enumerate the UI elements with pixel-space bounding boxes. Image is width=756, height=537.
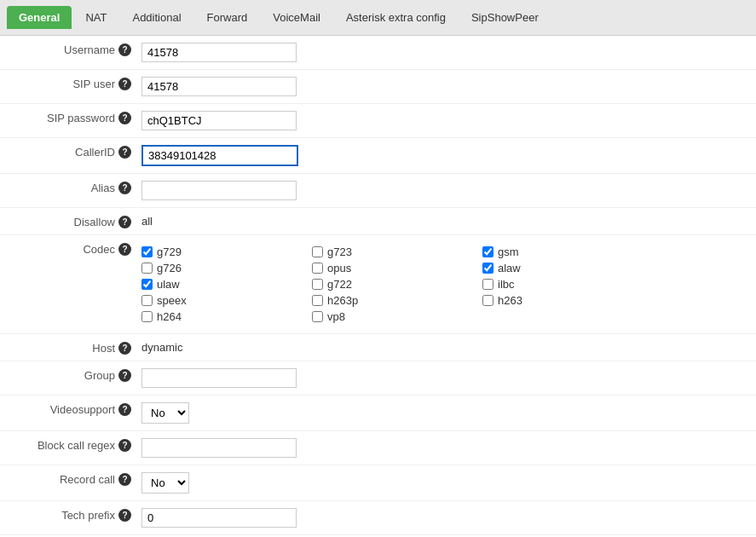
codec-h263-checkbox[interactable] bbox=[482, 295, 493, 306]
sip-user-input[interactable] bbox=[141, 77, 297, 96]
codec-help-icon[interactable]: ? bbox=[118, 243, 131, 256]
codec-col-2: g723 opus g722 h263p vp8 bbox=[312, 242, 482, 326]
tech-prefix-label: Tech prefix ? bbox=[0, 505, 136, 522]
codec-h263[interactable]: h263 bbox=[482, 294, 653, 307]
alias-row: Alias ? bbox=[0, 174, 756, 208]
videosupport-row: Videosupport ? No Yes bbox=[0, 396, 756, 431]
codec-h264-checkbox[interactable] bbox=[141, 311, 153, 322]
codec-row: Codec ? g729 g726 ulaw speex h264 g723 o… bbox=[0, 235, 756, 334]
record-call-row: Record call ? No Yes bbox=[0, 465, 756, 501]
sip-password-row: SIP password ? bbox=[0, 104, 756, 138]
callerid-row: CallerID ? bbox=[0, 138, 756, 174]
username-help-icon[interactable]: ? bbox=[118, 43, 131, 56]
host-help-icon[interactable]: ? bbox=[118, 342, 131, 355]
callerid-help-icon[interactable]: ? bbox=[118, 146, 131, 159]
sip-user-help-icon[interactable]: ? bbox=[118, 78, 131, 90]
block-call-regex-input[interactable] bbox=[141, 438, 297, 458]
sip-password-help-icon[interactable]: ? bbox=[118, 112, 131, 124]
tab-sipshowpeer[interactable]: SipShowPeer bbox=[459, 6, 551, 29]
codec-col-1: g729 g726 ulaw speex h264 bbox=[141, 242, 312, 326]
codec-g723[interactable]: g723 bbox=[312, 245, 482, 258]
codec-speex[interactable]: speex bbox=[141, 294, 312, 307]
sip-user-value bbox=[136, 73, 756, 100]
block-call-regex-row: Block call regex ? bbox=[0, 431, 756, 465]
videosupport-label: Videosupport ? bbox=[0, 399, 136, 416]
codec-value: g729 g726 ulaw speex h264 g723 opus g722… bbox=[136, 239, 756, 330]
codec-g726-checkbox[interactable] bbox=[141, 263, 153, 274]
codec-col-3: gsm alaw ilbc h263 bbox=[482, 242, 653, 326]
group-row: Group ? bbox=[0, 361, 756, 396]
tech-prefix-help-icon[interactable]: ? bbox=[118, 509, 131, 522]
codec-ilbc[interactable]: ilbc bbox=[482, 278, 653, 291]
group-label: Group ? bbox=[0, 365, 136, 382]
codec-g729-checkbox[interactable] bbox=[141, 246, 153, 257]
block-call-regex-help-icon[interactable]: ? bbox=[118, 439, 131, 452]
disallow-row: Disallow ? all bbox=[0, 208, 756, 235]
codec-h263p-checkbox[interactable] bbox=[312, 295, 323, 306]
codec-h263p[interactable]: h263p bbox=[312, 294, 482, 307]
tab-nat[interactable]: NAT bbox=[73, 6, 118, 29]
callerid-value bbox=[136, 141, 756, 170]
username-row: Username ? bbox=[0, 36, 756, 70]
group-input[interactable] bbox=[141, 368, 297, 388]
codec-vp8[interactable]: vp8 bbox=[312, 310, 482, 323]
codec-h264[interactable]: h264 bbox=[141, 310, 312, 323]
group-value bbox=[136, 365, 756, 391]
username-input[interactable] bbox=[141, 43, 297, 62]
sip-password-label: SIP password ? bbox=[0, 107, 136, 124]
tech-prefix-row: Tech prefix ? bbox=[0, 501, 756, 535]
disallow-value: all bbox=[136, 211, 756, 231]
tech-prefix-input[interactable] bbox=[141, 508, 297, 528]
codec-g722-checkbox[interactable] bbox=[312, 279, 323, 290]
record-call-value: No Yes bbox=[136, 469, 756, 497]
alias-input[interactable] bbox=[141, 181, 297, 200]
record-call-select[interactable]: No Yes bbox=[141, 472, 189, 494]
videosupport-help-icon[interactable]: ? bbox=[118, 403, 131, 416]
block-call-regex-label: Block call regex ? bbox=[0, 435, 136, 452]
codec-g722[interactable]: g722 bbox=[312, 278, 482, 291]
codec-gsm[interactable]: gsm bbox=[482, 245, 653, 258]
alias-value bbox=[136, 177, 756, 204]
username-label: Username ? bbox=[0, 39, 136, 56]
codec-grid: g729 g726 ulaw speex h264 g723 opus g722… bbox=[141, 242, 751, 326]
codec-speex-checkbox[interactable] bbox=[141, 295, 153, 306]
codec-alaw-checkbox[interactable] bbox=[482, 263, 493, 274]
videosupport-select[interactable]: No Yes bbox=[141, 402, 189, 424]
callerid-input[interactable] bbox=[141, 145, 298, 166]
codec-gsm-checkbox[interactable] bbox=[482, 246, 493, 257]
disallow-help-icon[interactable]: ? bbox=[118, 216, 131, 228]
codec-vp8-checkbox[interactable] bbox=[312, 311, 323, 322]
disallow-label: Disallow ? bbox=[0, 211, 136, 228]
codec-alaw[interactable]: alaw bbox=[482, 262, 653, 274]
codec-g726[interactable]: g726 bbox=[141, 262, 312, 274]
group-help-icon[interactable]: ? bbox=[118, 369, 131, 382]
host-label: Host ? bbox=[0, 338, 136, 355]
tab-voicemail[interactable]: VoiceMail bbox=[261, 6, 332, 29]
codec-g729[interactable]: g729 bbox=[141, 245, 312, 258]
codec-g723-checkbox[interactable] bbox=[312, 246, 323, 257]
sip-user-row: SIP user ? bbox=[0, 70, 756, 104]
callerid-label: CallerID ? bbox=[0, 141, 136, 159]
tab-forward[interactable]: Forward bbox=[195, 6, 260, 29]
tab-bar: General NAT Additional Forward VoiceMail… bbox=[0, 0, 756, 36]
codec-ulaw-checkbox[interactable] bbox=[141, 279, 153, 290]
codec-opus-checkbox[interactable] bbox=[312, 263, 323, 274]
host-value: dynamic bbox=[136, 338, 756, 357]
tab-asterisk-extra-config[interactable]: Asterisk extra config bbox=[334, 6, 458, 29]
tech-prefix-value bbox=[136, 505, 756, 531]
codec-ulaw[interactable]: ulaw bbox=[141, 278, 312, 291]
videosupport-value: No Yes bbox=[136, 399, 756, 427]
sip-password-input[interactable] bbox=[141, 111, 297, 130]
sip-password-value bbox=[136, 107, 756, 134]
form-content: Username ? SIP user ? SIP password ? Cal… bbox=[0, 36, 756, 537]
tab-general[interactable]: General bbox=[7, 6, 72, 29]
sip-user-label: SIP user ? bbox=[0, 73, 136, 90]
tab-additional[interactable]: Additional bbox=[120, 6, 193, 29]
record-call-help-icon[interactable]: ? bbox=[118, 473, 131, 486]
alias-label: Alias ? bbox=[0, 177, 136, 194]
codec-ilbc-checkbox[interactable] bbox=[482, 279, 493, 290]
alias-help-icon[interactable]: ? bbox=[118, 182, 131, 194]
record-call-label: Record call ? bbox=[0, 469, 136, 486]
codec-opus[interactable]: opus bbox=[312, 262, 482, 274]
host-row: Host ? dynamic bbox=[0, 334, 756, 361]
